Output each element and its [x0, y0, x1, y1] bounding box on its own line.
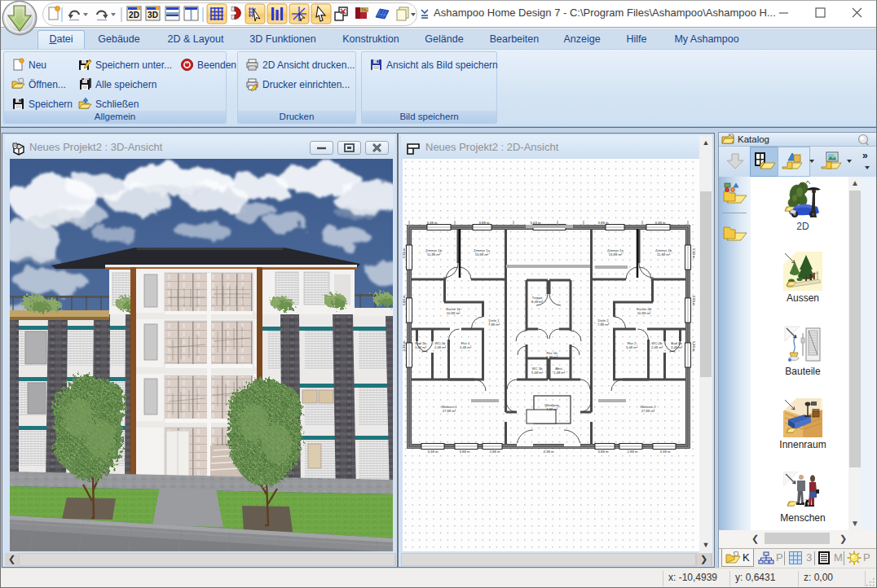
svg-text:3,88 m: 3,88 m	[598, 221, 609, 225]
svg-text:7,88 m²: 7,88 m²	[597, 323, 610, 327]
svg-text:4,38 m: 4,38 m	[544, 450, 554, 454]
svg-text:3,38 m: 3,38 m	[403, 340, 406, 351]
svg-text:3,88 m: 3,88 m	[403, 295, 406, 305]
svg-text:8,48 m²: 8,48 m²	[531, 300, 544, 304]
svg-text:10,88 m²: 10,88 m²	[447, 311, 461, 315]
svg-text:3,38 m: 3,38 m	[660, 450, 671, 454]
svg-text:2,88 m: 2,88 m	[490, 450, 500, 454]
svg-text:3,38 m: 3,38 m	[655, 221, 666, 225]
svg-text:3,38 m: 3,38 m	[692, 248, 696, 259]
svg-text:3,88 m: 3,88 m	[460, 450, 470, 454]
svg-text:3,48 m²: 3,48 m²	[415, 345, 427, 349]
svg-text:3,88 m: 3,88 m	[598, 450, 609, 454]
svg-text:11,88 m²: 11,88 m²	[657, 252, 671, 257]
svg-text:7,68 m²: 7,68 m²	[546, 407, 558, 411]
svg-text:5,48 m²: 5,48 m²	[626, 345, 638, 349]
svg-text:3,88 m: 3,88 m	[479, 221, 490, 225]
svg-text:5,63 m: 5,63 m	[531, 221, 541, 225]
svg-text:11,88 m²: 11,88 m²	[427, 252, 441, 257]
svg-text:27,88 m²: 27,88 m²	[443, 409, 456, 413]
svg-text:3,38 m: 3,38 m	[692, 341, 696, 352]
svg-text:2D: 2D	[129, 11, 139, 20]
svg-text:27,88 m²: 27,88 m²	[641, 409, 655, 413]
svg-text:3D: 3D	[148, 11, 158, 20]
svg-text:3,48 m²: 3,48 m²	[671, 345, 683, 349]
svg-text:2,48 m²: 2,48 m²	[434, 345, 447, 349]
svg-text:3,38 m: 3,38 m	[428, 450, 438, 454]
svg-text:7,88 m²: 7,88 m²	[488, 323, 500, 327]
svg-text:13,88 m²: 13,88 m²	[609, 252, 623, 257]
svg-text:2,88 m: 2,88 m	[628, 450, 638, 454]
svg-text:2,48 m²: 2,48 m²	[651, 345, 663, 349]
svg-text:3,38 m: 3,38 m	[427, 221, 438, 225]
svg-text:3,38 m: 3,38 m	[403, 248, 406, 258]
svg-text:10,88 m²: 10,88 m²	[637, 311, 651, 315]
svg-text:1,68 m²: 1,68 m²	[531, 371, 544, 375]
svg-text:13,88 m²: 13,88 m²	[475, 252, 489, 257]
svg-text:6,68 m²: 6,68 m²	[546, 355, 558, 359]
svg-text:1,48 m²: 1,48 m²	[553, 371, 566, 375]
svg-text:5,48 m²: 5,48 m²	[460, 345, 472, 349]
svg-text:3,88 m: 3,88 m	[692, 296, 696, 306]
